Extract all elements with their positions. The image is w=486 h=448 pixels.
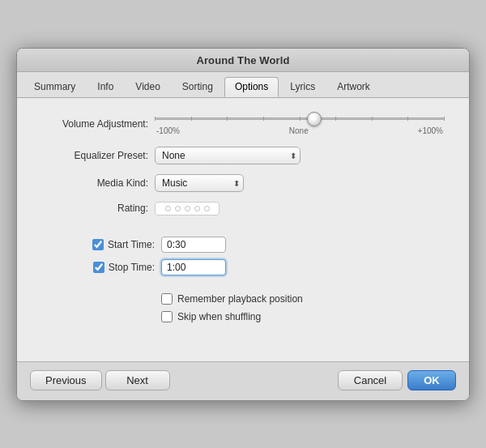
tab-summary[interactable]: Summary — [23, 77, 86, 97]
tick-7 — [372, 117, 373, 121]
options-content: Volume Adjustment: — [17, 98, 469, 361]
tab-info[interactable]: Info — [87, 77, 124, 97]
stop-time-input[interactable] — [161, 259, 226, 275]
next-button[interactable]: Next — [105, 370, 170, 390]
tab-bar: Summary Info Video Sorting Options Lyric… — [17, 72, 469, 98]
rating-dot-3[interactable] — [185, 206, 190, 211]
action-buttons: Cancel OK — [338, 370, 456, 390]
slider-ticks — [155, 117, 445, 121]
start-time-row: Start Time: — [41, 237, 445, 253]
tab-artwork[interactable]: Artwork — [326, 77, 381, 97]
main-window: Around The World Summary Info Video Sort… — [16, 48, 470, 401]
tab-options[interactable]: Options — [224, 77, 279, 97]
skip-shuffling-checkbox[interactable] — [161, 311, 173, 322]
previous-button[interactable]: Previous — [30, 370, 102, 390]
remember-playback-label: Remember playback position — [177, 293, 303, 305]
rating-dot-4[interactable] — [194, 206, 200, 211]
equalizer-select[interactable]: None Acoustic Bass Booster Classical Dan… — [155, 147, 301, 164]
volume-thumb[interactable] — [307, 112, 322, 126]
volume-min-label: -100% — [156, 126, 180, 135]
tick-6 — [335, 117, 336, 121]
rating-dot-5[interactable] — [204, 206, 210, 211]
start-time-checkbox[interactable] — [92, 239, 104, 250]
start-time-label: Start Time: — [108, 239, 155, 250]
start-time-input[interactable] — [161, 237, 226, 253]
rating-row: Rating: — [41, 202, 445, 215]
tab-sorting[interactable]: Sorting — [172, 77, 224, 97]
tick-5 — [300, 117, 301, 121]
rating-label: Rating: — [41, 203, 155, 214]
volume-slider-track[interactable] — [155, 113, 445, 126]
equalizer-select-wrapper: None Acoustic Bass Booster Classical Dan… — [155, 147, 301, 164]
equalizer-row: Equalizer Preset: None Acoustic Bass Boo… — [41, 147, 445, 164]
nav-buttons: Previous Next — [30, 370, 170, 390]
spacer-1 — [41, 225, 445, 237]
volume-tick-labels: -100% None +100% — [155, 126, 445, 135]
stop-time-label-area: Stop Time: — [41, 262, 161, 273]
titlebar: Around The World — [17, 49, 469, 72]
media-kind-row: Media Kind: Music Movie TV Show Podcast … — [41, 174, 445, 192]
equalizer-label: Equalizer Preset: — [41, 150, 155, 161]
tick-2 — [191, 117, 192, 121]
cancel-button[interactable]: Cancel — [338, 370, 403, 390]
tick-9 — [444, 117, 445, 121]
tab-lyrics[interactable]: Lyrics — [279, 77, 326, 97]
window-title: Around The World — [196, 54, 289, 66]
spacer-3 — [41, 329, 445, 353]
remember-playback-checkbox[interactable] — [161, 293, 173, 305]
rating-dot-2[interactable] — [175, 206, 181, 211]
skip-shuffling-row: Skip when shuffling — [41, 311, 445, 322]
spacer-2 — [41, 282, 445, 293]
tab-video[interactable]: Video — [125, 77, 170, 97]
volume-slider-area: -100% None +100% — [155, 113, 445, 135]
start-time-label-area: Start Time: — [41, 239, 161, 250]
tick-8 — [407, 117, 408, 121]
ok-button[interactable]: OK — [407, 370, 456, 390]
remember-playback-row: Remember playback position — [41, 293, 445, 305]
volume-label: Volume Adjustment: — [41, 118, 155, 130]
rating-dots[interactable] — [155, 202, 220, 215]
tick-1 — [155, 117, 156, 121]
volume-none-label: None — [289, 126, 309, 135]
skip-shuffling-label: Skip when shuffling — [177, 311, 261, 322]
bottom-bar: Previous Next Cancel OK — [17, 361, 469, 400]
media-kind-label: Media Kind: — [41, 177, 155, 189]
tick-3 — [227, 117, 228, 121]
tick-4 — [263, 117, 264, 121]
stop-time-checkbox[interactable] — [93, 262, 104, 273]
rating-dot-1[interactable] — [165, 206, 171, 211]
media-kind-select[interactable]: Music Movie TV Show Podcast Music Video … — [155, 174, 244, 192]
stop-time-label: Stop Time: — [109, 262, 155, 273]
media-kind-select-wrapper: Music Movie TV Show Podcast Music Video … — [155, 174, 244, 192]
volume-max-label: +100% — [418, 126, 443, 135]
stop-time-row: Stop Time: — [41, 259, 445, 275]
volume-row: Volume Adjustment: — [41, 113, 445, 135]
